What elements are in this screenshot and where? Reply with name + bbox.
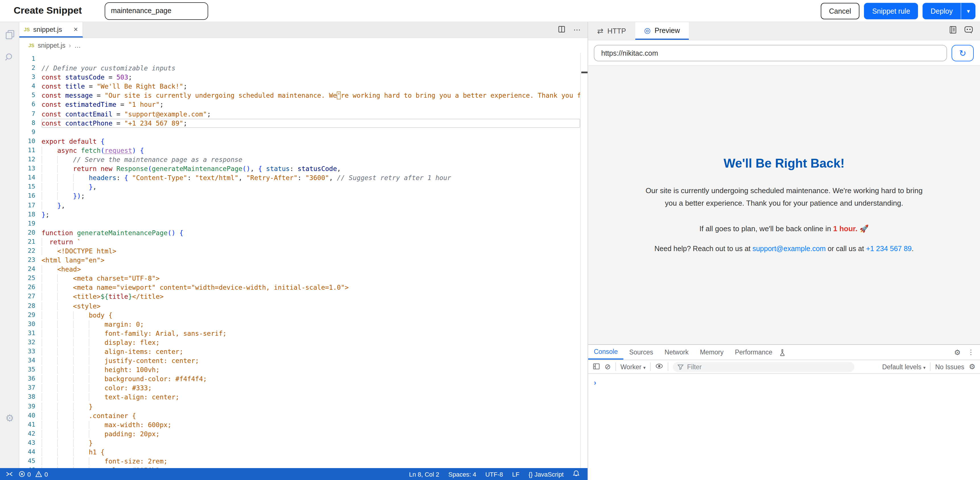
- code-line[interactable]: 23<html lang="en">: [19, 256, 580, 265]
- code-line[interactable]: 35 height: 100vh;: [19, 365, 580, 374]
- flask-icon[interactable]: [779, 345, 786, 360]
- header-actions: Cancel Snippet rule Deploy ▼: [821, 3, 975, 19]
- devtools-tab-memory[interactable]: Memory: [694, 345, 729, 360]
- code-line[interactable]: 15 },: [19, 183, 580, 192]
- code-line[interactable]: 7const contactEmail = "support@example.c…: [19, 109, 580, 119]
- problems-indicator[interactable]: 0 0: [19, 470, 48, 477]
- code-line[interactable]: 46 color: #0056b3;: [19, 466, 580, 468]
- devtools-gear-icon[interactable]: ⚙: [954, 348, 961, 356]
- clear-console-icon[interactable]: ⊘: [605, 363, 611, 371]
- console-output[interactable]: ›: [588, 374, 980, 387]
- bell-icon[interactable]: [573, 470, 579, 478]
- docs-book-icon[interactable]: [949, 25, 957, 36]
- line-number: 28: [19, 301, 41, 310]
- split-editor-icon[interactable]: [558, 25, 565, 35]
- code-line[interactable]: 40 .container {: [19, 411, 580, 420]
- code-line[interactable]: 34 justify-content: center;: [19, 356, 580, 365]
- code-line[interactable]: 22 <!DOCTYPE html>: [19, 247, 580, 256]
- live-expression-eye-icon[interactable]: [655, 363, 663, 371]
- console-settings-gear-icon[interactable]: ⚙: [969, 363, 975, 371]
- tab-snippet-js[interactable]: JS snippet.js ×: [19, 22, 83, 38]
- console-prompt[interactable]: ›: [594, 378, 597, 387]
- more-actions-icon[interactable]: ⋯: [573, 26, 581, 33]
- deploy-dropdown-caret-icon[interactable]: ▼: [961, 3, 975, 19]
- breadcrumb-file[interactable]: snippet.js: [38, 42, 65, 49]
- console-filter-input[interactable]: Filter: [673, 361, 854, 372]
- deploy-button[interactable]: Deploy ▼: [923, 3, 975, 19]
- breadcrumb-more[interactable]: …: [74, 42, 81, 49]
- tab-preview[interactable]: ◎ Preview: [635, 22, 689, 40]
- code-line[interactable]: 1: [19, 54, 580, 63]
- code-line[interactable]: 20function generateMaintenancePage() {: [19, 228, 580, 238]
- close-icon[interactable]: ×: [74, 25, 78, 33]
- code-line[interactable]: 38 text-align: center;: [19, 393, 580, 402]
- code-line[interactable]: 21 return `: [19, 238, 580, 247]
- code-line[interactable]: 36 background-color: #f4f4f4;: [19, 375, 580, 384]
- code-line[interactable]: 27 <title>${title}</title>: [19, 292, 580, 301]
- code-line[interactable]: 45 font-size: 2rem;: [19, 457, 580, 466]
- devtools-kebab-icon[interactable]: ⋮: [967, 348, 974, 356]
- code-area[interactable]: 12// Define your customizable inputs3con…: [19, 53, 580, 468]
- deploy-label[interactable]: Deploy: [923, 3, 961, 19]
- code-line[interactable]: 19: [19, 219, 580, 228]
- code-line[interactable]: 30 margin: 0;: [19, 320, 580, 329]
- code-line[interactable]: 11 async fetch(request) {: [19, 146, 580, 155]
- snippet-name-input[interactable]: [105, 2, 208, 20]
- devtools-tab-network[interactable]: Network: [659, 345, 694, 360]
- code-line[interactable]: 6const estimatedTime = "1 hour";: [19, 100, 580, 109]
- devtools-tab-sources[interactable]: Sources: [624, 345, 659, 360]
- code-line[interactable]: 17 },: [19, 201, 580, 210]
- preview-url-input[interactable]: [594, 45, 947, 61]
- code-line[interactable]: 31 font-family: Arial, sans-serif;: [19, 329, 580, 338]
- devtools-tab-console[interactable]: Console: [588, 345, 624, 360]
- encoding-setting[interactable]: UTF-8: [485, 470, 503, 477]
- cursor-position[interactable]: Ln 8, Col 2: [409, 470, 439, 477]
- search-icon[interactable]: [4, 52, 15, 63]
- remote-icon[interactable]: [6, 471, 13, 477]
- eol-setting[interactable]: LF: [512, 470, 520, 477]
- code-line[interactable]: 33 align-items: center;: [19, 347, 580, 356]
- code-line[interactable]: 8const contactPhone = "+1 234 567 89";: [19, 119, 580, 128]
- line-number: 32: [19, 338, 41, 347]
- code-line[interactable]: 29 body {: [19, 310, 580, 320]
- code-line[interactable]: 26 <meta name="viewport" content="width=…: [19, 283, 580, 292]
- code-line[interactable]: 4const title = "We'll Be Right Back!";: [19, 82, 580, 91]
- support-phone-link[interactable]: +1 234 567 89: [866, 245, 912, 253]
- discord-icon[interactable]: [964, 25, 973, 36]
- code-line[interactable]: 28 <style>: [19, 301, 580, 310]
- settings-gear-icon[interactable]: ⚙: [4, 412, 15, 424]
- code-line[interactable]: 13 return new Response(generateMaintenan…: [19, 164, 580, 173]
- code-line[interactable]: 43 }: [19, 439, 580, 448]
- snippet-rule-button[interactable]: Snippet rule: [864, 3, 918, 19]
- code-line[interactable]: 32 display: flex;: [19, 338, 580, 347]
- refresh-button[interactable]: ↻: [951, 45, 974, 61]
- code-line[interactable]: 9: [19, 128, 580, 137]
- code-line[interactable]: 5const message = "Our site is currently …: [19, 91, 580, 100]
- editor-overview-ruler[interactable]: [580, 53, 587, 468]
- code-line[interactable]: 2// Define your customizable inputs: [19, 63, 580, 73]
- code-line[interactable]: 24 <head>: [19, 265, 580, 274]
- code-line[interactable]: 42 padding: 20px;: [19, 429, 580, 439]
- code-line[interactable]: 18};: [19, 210, 580, 219]
- code-line[interactable]: 25 <meta charset="UTF-8">: [19, 274, 580, 283]
- code-line[interactable]: 44 h1 {: [19, 448, 580, 457]
- support-email-link[interactable]: support@example.com: [752, 245, 826, 253]
- devtools-tab-performance[interactable]: Performance: [729, 345, 778, 360]
- code-line[interactable]: 10export default {: [19, 137, 580, 146]
- code-line[interactable]: 16 });: [19, 192, 580, 201]
- code-line[interactable]: 39 }: [19, 402, 580, 411]
- code-line[interactable]: 41 max-width: 600px;: [19, 420, 580, 429]
- tab-http[interactable]: ⇄ HTTP: [588, 22, 635, 40]
- code-line[interactable]: 3const statusCode = 503;: [19, 73, 580, 82]
- console-context-selector[interactable]: Worker ▾: [620, 363, 646, 370]
- code-line[interactable]: 12 // Serve the maintenance page as a re…: [19, 155, 580, 164]
- files-icon[interactable]: [4, 29, 15, 40]
- cancel-button[interactable]: Cancel: [821, 3, 860, 19]
- language-mode[interactable]: {} JavaScript: [528, 470, 564, 477]
- code-line[interactable]: 37 color: #333;: [19, 384, 580, 393]
- issues-counter[interactable]: No Issues: [935, 363, 964, 370]
- console-sidebar-icon[interactable]: [593, 363, 600, 371]
- code-line[interactable]: 14 headers: { "Content-Type": "text/html…: [19, 173, 580, 182]
- indentation-setting[interactable]: Spaces: 4: [449, 470, 476, 477]
- log-levels-selector[interactable]: Default levels ▾: [882, 363, 926, 370]
